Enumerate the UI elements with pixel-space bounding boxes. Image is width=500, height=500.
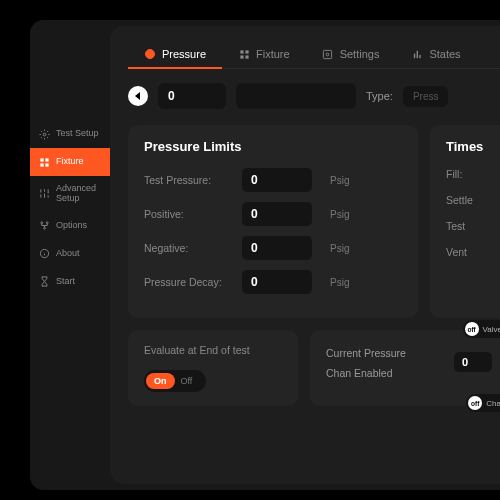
svg-rect-1 xyxy=(40,158,43,161)
sidebar-item-label: About xyxy=(56,249,80,259)
sidebar: Test Setup Fixture Advanced Setup Option… xyxy=(30,20,110,490)
tab-fixture[interactable]: Fixture xyxy=(222,40,306,68)
time-row-fill: Fill: xyxy=(446,168,500,180)
type-select[interactable]: Press xyxy=(403,86,449,107)
gauge-icon xyxy=(144,48,156,60)
svg-point-6 xyxy=(46,222,48,224)
card-title: Pressure Limits xyxy=(144,139,402,154)
limit-label: Positive: xyxy=(144,208,242,220)
valve-toggle[interactable]: off Valve xyxy=(463,320,500,338)
evaluate-label: Evaluate at End of test xyxy=(144,344,282,356)
sidebar-item-start[interactable]: Start xyxy=(30,268,110,296)
sliders-icon xyxy=(38,188,50,200)
time-row-settle: Settle xyxy=(446,194,500,206)
sidebar-item-label: Test Setup xyxy=(56,129,99,139)
pill-dot: off xyxy=(468,396,482,410)
branch-icon xyxy=(38,220,50,232)
settings-icon xyxy=(322,48,334,60)
svg-point-0 xyxy=(43,133,46,136)
pressure-value[interactable]: 0 xyxy=(454,352,492,372)
svg-rect-14 xyxy=(324,50,332,58)
app-window: Test Setup Fixture Advanced Setup Option… xyxy=(30,20,500,490)
svg-rect-4 xyxy=(45,163,48,166)
grid-icon xyxy=(238,48,250,60)
name-field[interactable] xyxy=(236,83,356,109)
tab-pressure[interactable]: Pressure xyxy=(128,40,222,68)
pill-label: Valve xyxy=(483,325,500,334)
gear-icon xyxy=(38,128,50,140)
sidebar-item-test-setup[interactable]: Test Setup xyxy=(30,120,110,148)
svg-point-7 xyxy=(43,228,45,230)
chan1-toggle[interactable]: off Chan 1 xyxy=(466,394,500,412)
grid-icon xyxy=(38,156,50,168)
times-card: Times Fill: Settle Test Vent xyxy=(430,125,500,318)
svg-rect-13 xyxy=(245,55,248,58)
pressure-limits-card: Pressure Limits Test Pressure: 0 Psig Po… xyxy=(128,125,418,318)
svg-point-5 xyxy=(40,222,42,224)
limit-row: Pressure Decay: 0 Psig xyxy=(144,270,402,294)
svg-rect-12 xyxy=(240,55,243,58)
sidebar-item-label: Fixture xyxy=(56,157,84,167)
pill-label: Chan 1 xyxy=(486,399,500,408)
limit-row: Test Pressure: 0 Psig xyxy=(144,168,402,192)
limit-unit: Psig xyxy=(330,277,349,288)
sidebar-item-label: Advanced Setup xyxy=(56,184,102,204)
cards-row: Pressure Limits Test Pressure: 0 Psig Po… xyxy=(128,125,500,318)
limit-label: Test Pressure: xyxy=(144,174,242,186)
limit-row: Negative: 0 Psig xyxy=(144,236,402,260)
limit-unit: Psig xyxy=(330,175,349,186)
svg-rect-11 xyxy=(245,50,248,53)
limit-row: Positive: 0 Psig xyxy=(144,202,402,226)
svg-rect-16 xyxy=(414,53,415,58)
index-field[interactable]: 0 xyxy=(158,83,226,109)
time-row-vent: Vent xyxy=(446,246,500,258)
toggle-on: On xyxy=(146,373,175,389)
pill-dot: off xyxy=(465,322,479,336)
svg-rect-17 xyxy=(416,50,417,57)
limit-value-input[interactable]: 0 xyxy=(242,168,312,192)
main-panel: Pressure Fixture Settings States 0 Type:… xyxy=(110,26,500,484)
tab-label: Pressure xyxy=(162,48,206,60)
evaluate-toggle[interactable]: On Off xyxy=(144,370,206,392)
limit-value-input[interactable]: 0 xyxy=(242,236,312,260)
toolbar: 0 Type: Press xyxy=(128,83,500,109)
svg-rect-10 xyxy=(240,50,243,53)
tab-label: Settings xyxy=(340,48,380,60)
limit-unit: Psig xyxy=(330,209,349,220)
type-label: Type: xyxy=(366,90,393,102)
sidebar-item-advanced-setup[interactable]: Advanced Setup xyxy=(30,176,110,212)
svg-point-15 xyxy=(326,53,329,56)
svg-rect-2 xyxy=(45,158,48,161)
tab-states[interactable]: States xyxy=(395,40,476,68)
limit-value-input[interactable]: 0 xyxy=(242,202,312,226)
tab-label: States xyxy=(429,48,460,60)
tabs: Pressure Fixture Settings States xyxy=(128,40,500,69)
hourglass-icon xyxy=(38,276,50,288)
sidebar-item-fixture[interactable]: Fixture xyxy=(30,148,110,176)
toggle-off: Off xyxy=(175,376,199,386)
tab-settings[interactable]: Settings xyxy=(306,40,396,68)
channel-card: Current Pressure Chan Enabled off Valve … xyxy=(310,330,500,406)
tab-label: Fixture xyxy=(256,48,290,60)
svg-rect-18 xyxy=(419,54,420,57)
sidebar-item-label: Options xyxy=(56,221,87,231)
sidebar-item-about[interactable]: About xyxy=(30,240,110,268)
limit-value-input[interactable]: 0 xyxy=(242,270,312,294)
info-icon xyxy=(38,248,50,260)
sidebar-item-label: Start xyxy=(56,277,75,287)
sidebar-item-options[interactable]: Options xyxy=(30,212,110,240)
prev-button[interactable] xyxy=(128,86,148,106)
svg-rect-3 xyxy=(40,163,43,166)
limit-label: Pressure Decay: xyxy=(144,276,242,288)
bottom-row: Evaluate at End of test On Off Current P… xyxy=(128,330,500,406)
evaluate-card: Evaluate at End of test On Off xyxy=(128,330,298,406)
limit-unit: Psig xyxy=(330,243,349,254)
time-row-test: Test xyxy=(446,220,500,232)
limit-label: Negative: xyxy=(144,242,242,254)
bars-icon xyxy=(411,48,423,60)
card-title: Times xyxy=(446,139,500,154)
